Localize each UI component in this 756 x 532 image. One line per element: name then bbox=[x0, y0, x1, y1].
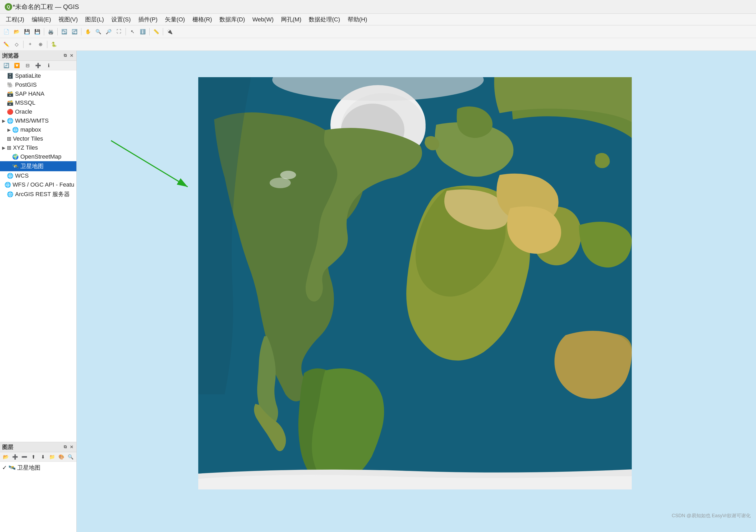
browser-tree-item-postgis[interactable]: 🐘 PostGIS bbox=[0, 80, 76, 89]
menu-item[interactable]: 图层(L) bbox=[82, 14, 107, 25]
layers-remove-btn[interactable]: ➖ bbox=[20, 452, 28, 462]
browser-panel-actions: ⧉ ✕ bbox=[63, 53, 74, 59]
menubar: 工程(J)编辑(E)视图(V)图层(L)设置(S)插件(P)矢量(O)栅格(R)… bbox=[0, 14, 756, 25]
item-label: mapbox bbox=[20, 126, 41, 133]
layers-close-btn[interactable]: ✕ bbox=[69, 444, 74, 450]
browser-tree: 🗄️ SpatiaLite 🐘 PostGIS 🗃️ SAP HANA 🗃️ M… bbox=[0, 70, 76, 442]
main-layout: 浏览器 ⧉ ✕ 🔄 🔽 ⊟ ➕ ℹ 🗄️ SpatiaLite � bbox=[0, 51, 756, 532]
browser-tree-item-arcgis[interactable]: 🌐 ArcGIS REST 服务器 bbox=[0, 189, 76, 199]
zoom-out-btn[interactable]: 🔎 bbox=[104, 27, 113, 36]
layers-filter-btn[interactable]: 🔍 bbox=[67, 452, 75, 462]
item-icon: 🌐 bbox=[7, 191, 14, 198]
browser-collapse-btn[interactable]: ⊟ bbox=[23, 61, 32, 70]
browser-info-btn[interactable]: ℹ bbox=[44, 61, 53, 70]
browser-tree-item-satellite[interactable]: 🛰️ 卫星地图 bbox=[0, 161, 76, 171]
expand-icon: ▶ bbox=[7, 127, 11, 132]
browser-close-btn[interactable]: ✕ bbox=[69, 53, 74, 59]
menu-item[interactable]: 编辑(E) bbox=[29, 14, 54, 25]
info-btn[interactable]: ℹ️ bbox=[138, 27, 148, 36]
browser-refresh-btn[interactable]: 🔄 bbox=[2, 61, 11, 70]
item-label: SpatiaLite bbox=[15, 72, 41, 79]
item-label: PostGIS bbox=[15, 81, 37, 88]
layers-open-btn[interactable]: 📂 bbox=[2, 452, 10, 462]
browser-tree-item-xyztiles[interactable]: ▶ ⊞ XYZ Tiles bbox=[0, 143, 76, 152]
layer-icon: 🛰️ bbox=[9, 464, 15, 471]
browser-tree-item-oracle[interactable]: 🔴 Oracle bbox=[0, 107, 76, 116]
zoom-full-btn[interactable]: ⛶ bbox=[114, 27, 124, 36]
menu-item[interactable]: 栅格(R) bbox=[189, 14, 215, 25]
item-label: 卫星地图 bbox=[20, 162, 43, 170]
print-btn[interactable]: 🖨️ bbox=[46, 27, 56, 36]
browser-tree-item-wfs[interactable]: 🌐 WFS / OGC API - Featu bbox=[0, 180, 76, 189]
pan-btn[interactable]: ✋ bbox=[83, 27, 93, 36]
csdn-watermark: CSDN @易知如也 EasyVr欲谢可谢化 bbox=[672, 513, 751, 519]
browser-filter-btn[interactable]: 🔽 bbox=[12, 61, 22, 70]
menu-item[interactable]: 矢量(O) bbox=[162, 14, 188, 25]
menu-item[interactable]: 设置(S) bbox=[108, 14, 134, 25]
layers-group-btn[interactable]: 📁 bbox=[48, 452, 56, 462]
browser-panel-title: 浏览器 bbox=[2, 52, 19, 60]
item-icon: 🗄️ bbox=[7, 73, 14, 79]
layers-panel-header: 图层 ⧉ ✕ bbox=[0, 442, 76, 452]
item-label: Vector Tiles bbox=[13, 135, 43, 142]
browser-add-btn[interactable]: ➕ bbox=[33, 61, 43, 70]
layers-float-btn[interactable]: ⧉ bbox=[63, 444, 68, 450]
menu-item[interactable]: 数据库(D) bbox=[216, 14, 248, 25]
svg-point-9 bbox=[270, 177, 291, 188]
zoom-in-btn[interactable]: 🔍 bbox=[94, 27, 103, 36]
browser-tree-item-vectortiles[interactable]: ⊞ Vector Tiles bbox=[0, 134, 76, 143]
undo-btn[interactable]: ↩️ bbox=[60, 27, 69, 36]
add-feature-btn[interactable]: + bbox=[25, 40, 35, 49]
save-as-btn[interactable]: 💾 bbox=[33, 27, 42, 36]
layers-up-btn[interactable]: ⬆ bbox=[29, 452, 38, 462]
browser-tree-item-wms[interactable]: ▶ 🌐 WMS/WMTS bbox=[0, 116, 76, 125]
world-map bbox=[198, 77, 632, 490]
annotation-arrow bbox=[108, 135, 193, 194]
measure-btn[interactable]: 📏 bbox=[151, 27, 161, 36]
layers-down-btn[interactable]: ⬇ bbox=[39, 452, 47, 462]
browser-tree-item-wcs[interactable]: 🌐 WCS bbox=[0, 171, 76, 180]
layers-add-btn[interactable]: ➕ bbox=[11, 452, 19, 462]
menu-item[interactable]: 视图(V) bbox=[55, 14, 81, 25]
redo-btn[interactable]: ↪️ bbox=[70, 27, 79, 36]
csdn-text: CSDN @易知如也 EasyVr欲谢可谢化 bbox=[672, 513, 751, 518]
browser-float-btn[interactable]: ⧉ bbox=[63, 53, 68, 59]
item-icon: 🌐 bbox=[12, 127, 19, 133]
item-icon: 🌐 bbox=[7, 173, 14, 179]
new-project-btn[interactable]: 📄 bbox=[2, 27, 11, 36]
sep3 bbox=[81, 28, 81, 36]
titlebar: Q *未命名的工程 — QGIS bbox=[0, 0, 756, 14]
menu-item[interactable]: Web(W) bbox=[249, 15, 277, 24]
item-icon: 🐘 bbox=[7, 82, 14, 88]
browser-tree-item-mapbox[interactable]: ▶ 🌐 mapbox bbox=[0, 125, 76, 134]
layers-panel-title: 图层 bbox=[2, 443, 13, 451]
node-tool-btn[interactable]: ◇ bbox=[12, 40, 21, 49]
browser-tree-item-mssql[interactable]: 🗃️ MSSQL bbox=[0, 98, 76, 107]
browser-tree-item-osm[interactable]: 🌍 OpenStreetMap bbox=[0, 152, 76, 161]
menu-item[interactable]: 帮助(H) bbox=[344, 14, 371, 25]
move-feature-btn[interactable]: ⊕ bbox=[36, 40, 45, 49]
save-project-btn[interactable]: 💾 bbox=[22, 27, 32, 36]
menu-item[interactable]: 工程(J) bbox=[3, 14, 27, 25]
item-icon: 🗃️ bbox=[7, 91, 14, 97]
browser-tree-item-saphana[interactable]: 🗃️ SAP HANA bbox=[0, 89, 76, 98]
layers-tree: ✓ 🛰️ 卫星地图 bbox=[0, 462, 76, 532]
layer-item[interactable]: ✓ 🛰️ 卫星地图 bbox=[0, 463, 76, 473]
menu-item[interactable]: 数据处理(C) bbox=[306, 14, 343, 25]
plugin-btn[interactable]: 🔌 bbox=[165, 27, 175, 36]
window-title: *未命名的工程 — QGIS bbox=[13, 3, 79, 11]
toolbar-edit: ✏️ ◇ + ⊕ 🐍 bbox=[0, 38, 756, 51]
item-label: OpenStreetMap bbox=[20, 153, 61, 160]
layers-style-btn[interactable]: 🎨 bbox=[57, 452, 66, 462]
python-btn[interactable]: 🐍 bbox=[49, 40, 59, 49]
browser-panel: 浏览器 ⧉ ✕ 🔄 🔽 ⊟ ➕ ℹ 🗄️ SpatiaLite � bbox=[0, 51, 76, 442]
map-area[interactable]: CSDN @易知如也 EasyVr欲谢可谢化 bbox=[77, 51, 756, 532]
edit-pencil-btn[interactable]: ✏️ bbox=[2, 40, 11, 49]
open-project-btn[interactable]: 📂 bbox=[12, 27, 21, 36]
left-panel: 浏览器 ⧉ ✕ 🔄 🔽 ⊟ ➕ ℹ 🗄️ SpatiaLite � bbox=[0, 51, 77, 532]
browser-tree-item-spatialite[interactable]: 🗄️ SpatiaLite bbox=[0, 71, 76, 80]
select-btn[interactable]: ↖ bbox=[128, 27, 137, 36]
menu-item[interactable]: 插件(P) bbox=[135, 14, 161, 25]
menu-item[interactable]: 网孔(M) bbox=[278, 14, 305, 25]
layer-visibility-check[interactable]: ✓ bbox=[2, 464, 7, 471]
